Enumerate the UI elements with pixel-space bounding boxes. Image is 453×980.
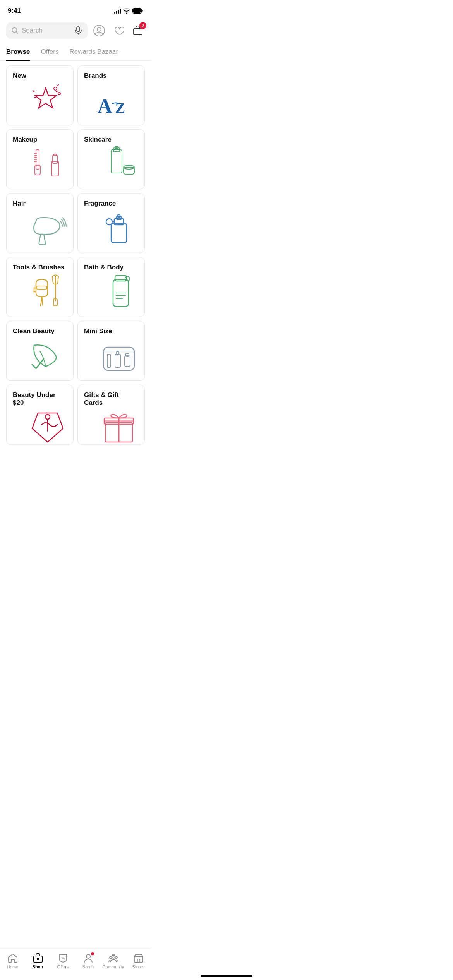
category-clean-icon (13, 335, 67, 374)
svg-rect-47 (107, 354, 110, 367)
search-icon (12, 27, 19, 34)
category-clean-label: Clean Beauty (13, 327, 67, 335)
category-hair-label: Hair (13, 200, 67, 207)
category-mini[interactable]: Mini Size (77, 321, 145, 381)
category-mini-label: Mini Size (84, 327, 138, 335)
category-skincare-icon (84, 144, 138, 183)
svg-point-6 (97, 27, 101, 31)
category-beauty20[interactable]: Beauty Under $20 (6, 385, 74, 445)
category-gifts-icon (84, 407, 138, 444)
microphone-icon[interactable] (74, 26, 82, 35)
svg-rect-50 (125, 356, 130, 367)
category-gifts[interactable]: Gifts & Gift Cards (77, 385, 145, 445)
category-tools[interactable]: Tools & Brushes (6, 257, 74, 317)
svg-rect-22 (53, 156, 57, 163)
category-skincare[interactable]: Skincare (77, 129, 145, 189)
category-mini-icon (84, 335, 138, 374)
svg-point-32 (106, 219, 112, 225)
header-icons: 2 (92, 24, 145, 38)
status-time: 9:41 (8, 7, 21, 15)
beauty-advisor-button[interactable] (92, 24, 106, 38)
wishlist-button[interactable] (112, 24, 125, 38)
svg-rect-28 (111, 223, 127, 243)
category-fragrance-label: Fragrance (84, 200, 138, 207)
svg-text:A: A (98, 95, 112, 117)
svg-point-12 (112, 103, 113, 104)
category-beauty20-icon (13, 407, 67, 444)
status-icons (114, 8, 143, 14)
tab-rewards[interactable]: Rewards Bazaar (69, 43, 118, 60)
tab-browse[interactable]: Browse (6, 43, 30, 60)
tab-offers[interactable]: Offers (41, 43, 58, 60)
category-makeup[interactable]: Makeup (6, 129, 74, 189)
category-hair-icon (13, 207, 67, 247)
category-makeup-label: Makeup (13, 136, 67, 144)
svg-rect-23 (111, 150, 122, 173)
cart-button[interactable]: 2 (131, 24, 145, 38)
svg-text:Z: Z (115, 100, 125, 116)
category-makeup-icon (13, 144, 67, 183)
cart-badge: 2 (139, 22, 146, 29)
tabs: Browse Offers Rewards Bazaar (0, 43, 151, 61)
svg-point-9 (58, 93, 60, 95)
category-bath-label: Bath & Body (84, 264, 138, 271)
category-bath[interactable]: Bath & Body (77, 257, 145, 317)
category-clean[interactable]: Clean Beauty (6, 321, 74, 381)
category-fragrance-icon (84, 207, 138, 247)
category-new-icon (13, 80, 67, 119)
category-brands-label: Brands (84, 72, 138, 80)
category-new[interactable]: New (6, 65, 74, 125)
category-fragrance[interactable]: Fragrance (77, 193, 145, 253)
category-tools-icon (13, 271, 67, 310)
search-input-placeholder: Search (22, 27, 71, 34)
scroll-content: New Brands A Z (0, 61, 151, 484)
wifi-icon (123, 8, 130, 14)
category-bath-icon (84, 271, 138, 310)
svg-rect-1 (133, 9, 141, 13)
status-bar: 9:41 (0, 0, 151, 19)
svg-point-52 (45, 415, 50, 419)
svg-point-8 (54, 87, 57, 90)
svg-point-13 (118, 103, 120, 104)
category-new-label: New (13, 72, 67, 80)
svg-rect-48 (115, 354, 120, 367)
svg-rect-3 (77, 27, 80, 32)
category-beauty20-label: Beauty Under $20 (13, 391, 67, 407)
svg-line-36 (41, 297, 42, 306)
svg-rect-7 (134, 29, 142, 35)
category-grid: New Brands A Z (0, 61, 151, 449)
svg-rect-34 (37, 286, 47, 289)
header: Search 2 (0, 19, 151, 42)
category-hair[interactable]: Hair (6, 193, 74, 253)
category-tools-label: Tools & Brushes (13, 264, 67, 271)
category-brands-icon: A Z (84, 80, 138, 119)
category-skincare-label: Skincare (84, 136, 138, 144)
battery-icon (132, 8, 143, 14)
search-bar[interactable]: Search (6, 22, 88, 39)
category-gifts-label: Gifts & Gift Cards (84, 391, 138, 407)
category-brands[interactable]: Brands A Z (77, 65, 145, 125)
signal-icon (114, 8, 121, 14)
